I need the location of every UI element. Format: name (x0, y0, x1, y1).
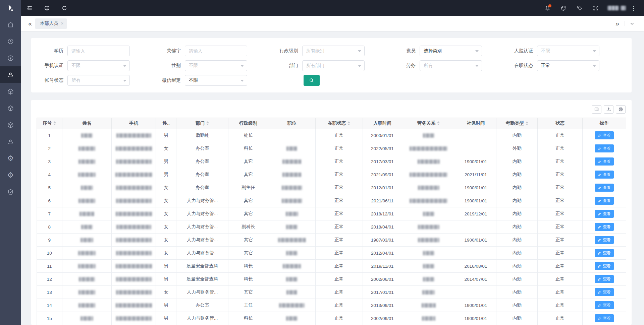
cell-gender: 女 (156, 247, 176, 260)
cell-action: 查看 (582, 260, 626, 273)
cell-seq: 12 (37, 273, 62, 286)
keyword-input[interactable] (189, 49, 243, 54)
view-button[interactable]: 查看 (595, 288, 614, 296)
sidebar-item-module-1[interactable] (0, 83, 21, 100)
face-auth-select[interactable]: 不限 (537, 46, 599, 56)
cell-state: 正常 (538, 286, 583, 299)
cell-state: 正常 (538, 220, 583, 234)
notifications-button[interactable] (540, 0, 554, 16)
redacted-position (283, 264, 301, 268)
select-value: 不限 (189, 63, 198, 69)
tabs-menu-button[interactable] (625, 21, 640, 26)
column-header-labor[interactable]: 劳务关系 (402, 118, 455, 129)
view-button[interactable]: 查看 (595, 236, 614, 244)
sidebar-item-users[interactable] (0, 133, 21, 150)
labor-select[interactable]: 所有 (420, 60, 482, 71)
cell-department: 人力与财务管... (176, 234, 228, 247)
cell-position (268, 220, 316, 234)
sidebar-item-settings-1[interactable]: ⚙ (0, 150, 21, 167)
user-name-redacted (607, 6, 619, 10)
view-button[interactable]: 查看 (595, 262, 614, 270)
column-display-button[interactable] (592, 105, 601, 114)
cell-phone (112, 234, 156, 247)
cell-action: 查看 (582, 155, 626, 168)
employment-status-select[interactable]: 正常 (537, 60, 599, 71)
sidebar-item-clock[interactable] (0, 33, 21, 50)
print-button[interactable] (616, 105, 626, 114)
column-header-dept[interactable]: 部门 (176, 118, 228, 129)
cell-hire-date: 2017/03/01 (363, 155, 402, 168)
sort-icon[interactable] (437, 121, 440, 125)
sort-icon[interactable] (526, 121, 528, 125)
tabs-scroll-left-button[interactable]: « (25, 20, 35, 27)
department-select[interactable]: 所有部门 (302, 60, 365, 71)
menu-collapse-button[interactable] (21, 0, 38, 16)
view-button[interactable]: 查看 (595, 314, 614, 322)
column-header-seq[interactable]: 序号 (37, 118, 62, 129)
view-button[interactable]: 查看 (595, 249, 614, 257)
app-logo[interactable] (0, 0, 21, 16)
party-member-select[interactable]: 选择类别 (420, 46, 482, 56)
admin-level-select[interactable]: 所有级别 (302, 46, 365, 56)
sort-icon[interactable] (206, 121, 209, 125)
view-button[interactable]: 查看 (595, 223, 614, 231)
view-button[interactable]: 查看 (595, 210, 614, 218)
education-input[interactable] (71, 49, 126, 54)
tags-button[interactable] (573, 0, 587, 16)
edit-icon (598, 173, 601, 177)
view-button[interactable]: 查看 (595, 184, 614, 192)
redacted-phone (116, 277, 152, 281)
column-header-attend[interactable]: 考勤类型 (496, 118, 538, 129)
user-menu[interactable] (607, 6, 626, 10)
cell-department: 办公室 (176, 142, 228, 155)
tabs-scroll-right-button[interactable]: » (610, 20, 625, 27)
view-button[interactable]: 查看 (595, 144, 614, 152)
view-button[interactable]: 查看 (595, 197, 614, 205)
wechat-bind-select[interactable]: 不限 (185, 75, 247, 86)
cell-social-date (455, 220, 496, 234)
tab-benbu-renyuan[interactable]: 本部人员 × (35, 18, 67, 29)
view-button[interactable]: 查看 (595, 131, 614, 139)
export-button[interactable] (604, 105, 613, 114)
redacted-labor (422, 316, 435, 321)
navbar-left (21, 0, 73, 16)
cell-position (268, 299, 316, 312)
cell-action: 查看 (582, 247, 626, 260)
cell-attend-type: 内勤 (496, 220, 538, 234)
more-menu-button[interactable]: ⋮ (629, 0, 638, 16)
sidebar-item-home[interactable] (0, 16, 21, 33)
cell-social-date: 1900/01/01 (455, 155, 496, 168)
refresh-button[interactable] (56, 0, 73, 16)
tab-close-icon[interactable]: × (61, 21, 63, 26)
view-button[interactable]: 查看 (595, 275, 614, 283)
sort-icon[interactable] (53, 121, 56, 125)
fullscreen-button[interactable] (589, 0, 603, 16)
theme-button[interactable] (556, 0, 571, 16)
redacted-labor (418, 238, 439, 242)
sidebar-item-finance[interactable] (0, 50, 21, 66)
edit-icon (598, 304, 601, 307)
cell-department: 办公室 (176, 168, 228, 181)
language-button[interactable] (38, 0, 56, 16)
view-button[interactable]: 查看 (595, 157, 614, 166)
phone-auth-select[interactable]: 不限 (67, 60, 130, 71)
search-button[interactable] (304, 75, 320, 86)
cell-labor (402, 234, 455, 247)
cell-phone (112, 207, 156, 220)
gender-select[interactable]: 不限 (185, 60, 247, 71)
view-button[interactable]: 查看 (595, 301, 614, 309)
cell-action: 查看 (582, 312, 626, 325)
sidebar-item-personnel[interactable] (0, 66, 21, 83)
account-status-select[interactable]: 所有 (67, 75, 130, 86)
sort-icon[interactable] (347, 121, 350, 125)
sidebar-item-module-3[interactable] (0, 117, 21, 133)
sidebar-item-security[interactable] (0, 184, 21, 200)
cell-seq: 1 (37, 129, 62, 142)
sidebar-item-settings-2[interactable]: ⚙ (0, 167, 21, 184)
sidebar-item-module-2[interactable] (0, 100, 21, 117)
view-button-label: 查看 (603, 146, 611, 151)
filter-account-status: 帐号状态 所有 (35, 75, 153, 86)
column-header-status[interactable]: 在职状态 (316, 118, 363, 129)
filter-actions (270, 75, 387, 86)
view-button[interactable]: 查看 (595, 171, 614, 179)
